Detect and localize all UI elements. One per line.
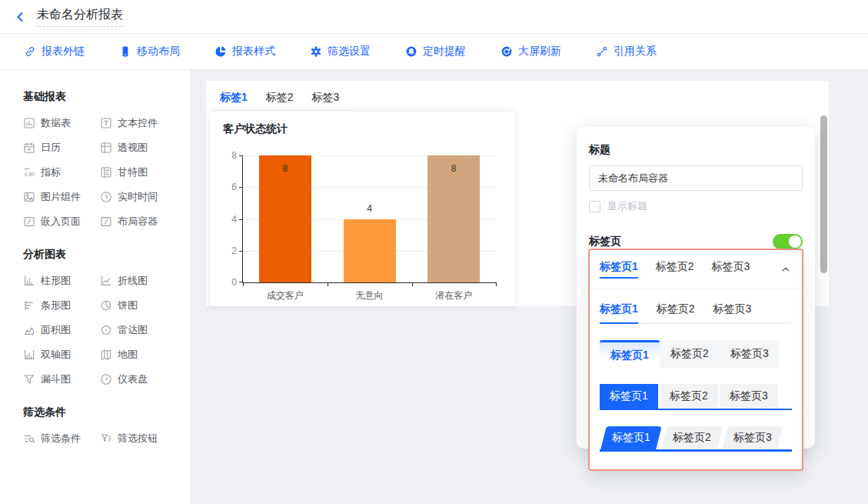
- tabs-toggle[interactable]: [773, 234, 803, 249]
- dual-axis-chart-icon: [23, 349, 35, 361]
- style-underline-tab-3[interactable]: 标签页3: [713, 302, 752, 324]
- chart-widget-card[interactable]: 客户状态统计 02468848成交客户无意向潜在客户: [210, 112, 515, 306]
- sidebar-item-label: 嵌入页面: [41, 215, 81, 229]
- canvas-scrollbar[interactable]: [820, 115, 827, 273]
- style-button-tab-2[interactable]: 标签页2: [660, 384, 718, 409]
- bar-data-label: 4: [328, 203, 412, 214]
- sidebar-item-area-chart[interactable]: 面积图: [23, 322, 100, 337]
- timer-reminder-icon: [405, 45, 417, 58]
- mobile-layout-icon: [119, 45, 131, 58]
- tab-bar-divider: [214, 110, 351, 111]
- back-button[interactable]: [14, 9, 29, 25]
- toolbar-item-timer-reminder[interactable]: 定时提醒: [405, 45, 466, 58]
- sidebar-item-label: 面积图: [41, 323, 71, 337]
- layout-container-icon: [100, 215, 112, 228]
- sidebar-section-title: 基础报表: [23, 90, 190, 104]
- sidebar-item-label: 透视图: [118, 141, 148, 155]
- sidebar-item-dual-axis-chart[interactable]: 双轴图: [23, 347, 100, 362]
- style-button-tab-1[interactable]: 标签页1: [600, 384, 658, 409]
- sidebar-item-label: 实时时间: [118, 190, 158, 204]
- pivot-table-icon: [100, 142, 112, 154]
- report-title[interactable]: 未命名分析报表: [35, 7, 125, 27]
- style-underline-tab-1[interactable]: 标签页1: [600, 302, 638, 324]
- sidebar-item-gantt[interactable]: 甘特图: [100, 165, 177, 179]
- toolbar-item-label: 报表样式: [232, 45, 275, 58]
- sidebar-item-gauge-chart[interactable]: 仪表盘: [100, 372, 177, 386]
- sidebar-item-text-widget[interactable]: 文本控件: [100, 115, 177, 130]
- toolbar-item-label: 报表外链: [42, 45, 85, 58]
- sidebar-item-funnel-chart[interactable]: 漏斗图: [23, 372, 100, 386]
- sidebar-item-radar-chart[interactable]: 雷达图: [100, 322, 177, 337]
- sidebar-item-pie-chart[interactable]: 饼图: [100, 298, 177, 312]
- chevron-left-icon: [14, 11, 26, 23]
- sidebar-item-label: 指标: [41, 165, 61, 179]
- sidebar-item-filter-condition[interactable]: 筛选条件: [23, 431, 100, 446]
- style-card-tab-2[interactable]: 标签页2: [660, 340, 720, 368]
- toolbar-item-label: 筛选设置: [328, 45, 371, 58]
- x-axis-tick: [496, 282, 497, 286]
- map-icon: [100, 349, 112, 361]
- bar-data-label: 8: [411, 163, 496, 174]
- sidebar-item-line-chart[interactable]: 折线图: [100, 273, 177, 288]
- toolbar-item-report-style[interactable]: 报表样式: [215, 45, 275, 58]
- style-card-tab-3[interactable]: 标签页3: [720, 340, 780, 368]
- tab-style-option-underline[interactable]: 标签页1标签页2标签页3: [600, 302, 792, 324]
- chevron-up-icon[interactable]: [780, 263, 792, 275]
- reference-relation-icon: [596, 45, 608, 58]
- sidebar-item-label: 柱形图: [41, 274, 71, 288]
- toolbar-item-filter-settings[interactable]: 筛选设置: [310, 45, 371, 58]
- sidebar-item-filter-button[interactable]: 筛选按钮: [100, 431, 177, 446]
- sidebar-item-embed-page[interactable]: 嵌入页面: [23, 214, 100, 229]
- style-slant-tab-3[interactable]: 标签页3: [722, 426, 783, 449]
- sidebar-item-label: 筛选条件: [41, 432, 81, 446]
- style-card-tab-1[interactable]: 标签页1: [600, 340, 660, 368]
- bar-chart-icon: [23, 299, 35, 312]
- component-sidebar: 基础报表数据表文本控件日历透视图4,80指标甘特图图片组件实时时间嵌入页面布局容…: [0, 70, 191, 504]
- bar-series: 848: [243, 156, 496, 282]
- show-title-checkbox[interactable]: [589, 201, 600, 212]
- sidebar-item-metric[interactable]: 4,80指标: [23, 165, 100, 179]
- toggle-knob: [789, 235, 801, 248]
- sidebar-item-layout-container[interactable]: 布局容器: [100, 214, 177, 229]
- sidebar-section: 基础报表数据表文本控件日历透视图4,80指标甘特图图片组件实时时间嵌入页面布局容…: [23, 90, 190, 229]
- sidebar-item-pivot-table[interactable]: 透视图: [100, 140, 177, 155]
- title-section-label: 标题: [589, 143, 803, 157]
- sidebar-item-data-table[interactable]: 数据表: [23, 115, 100, 130]
- filter-button-icon: [100, 432, 112, 445]
- x-axis-tick: [243, 282, 244, 286]
- style-slant-tab-1[interactable]: 标签页1: [600, 426, 661, 449]
- show-title-row[interactable]: 显示标题: [589, 199, 803, 213]
- bar-无意向: [344, 219, 396, 283]
- style-button-tab-3[interactable]: 标签页3: [720, 384, 778, 409]
- toolbar-item-reference-relation[interactable]: 引用关系: [596, 45, 657, 58]
- toolbar-item-label: 移动布局: [137, 45, 180, 58]
- style-underline-tab-2[interactable]: 标签页2: [657, 302, 695, 324]
- sidebar-item-label: 双轴图: [41, 348, 71, 362]
- tab-style-option-button[interactable]: 标签页1标签页2标签页3: [600, 384, 792, 410]
- sidebar-item-bar-chart[interactable]: 条形图: [23, 298, 100, 312]
- toolbar-item-label: 引用关系: [614, 45, 657, 58]
- bar-潜在客户: [427, 155, 480, 282]
- sidebar-item-image-widget[interactable]: 图片组件: [23, 189, 100, 204]
- style-slant-tab-2[interactable]: 标签页2: [661, 426, 722, 449]
- tab-style-option-slant[interactable]: 标签页1标签页2标签页3: [600, 426, 792, 452]
- sidebar-item-map[interactable]: 地图: [100, 347, 177, 362]
- sidebar-item-label: 图片组件: [41, 190, 81, 204]
- selector-tab-3[interactable]: 标签页3: [712, 260, 750, 279]
- sidebar-item-realtime-clock[interactable]: 实时时间: [100, 189, 177, 204]
- toolbar-item-screen-refresh[interactable]: 大屏刷新: [501, 45, 561, 58]
- selector-tab-1[interactable]: 标签页1: [600, 260, 638, 279]
- tab-style-option-card[interactable]: 标签页1标签页2标签页3: [600, 340, 792, 368]
- toolbar-item-mobile-layout[interactable]: 移动布局: [119, 45, 180, 58]
- realtime-clock-icon: [100, 191, 112, 203]
- gantt-icon: [100, 166, 112, 179]
- radar-chart-icon: [100, 324, 112, 336]
- toolbar-item-external-link[interactable]: 报表外链: [24, 45, 85, 58]
- toolbar-item-label: 定时提醒: [423, 45, 466, 58]
- container-title-input[interactable]: [589, 165, 803, 191]
- properties-panel: 标题 显示标题 标签页 标签页1标签页2标签页3 标签页1标签页2标签页3标签页…: [577, 127, 815, 449]
- selector-tab-2[interactable]: 标签页2: [656, 260, 694, 279]
- sidebar-item-column-chart[interactable]: 柱形图: [23, 273, 100, 288]
- chart-title: 客户状态统计: [223, 122, 288, 136]
- sidebar-item-calendar[interactable]: 日历: [23, 140, 100, 155]
